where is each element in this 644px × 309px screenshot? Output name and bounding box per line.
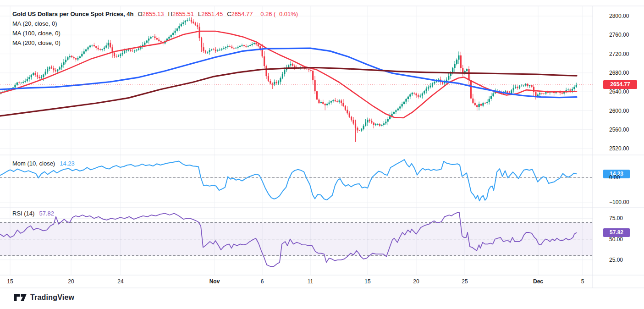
time-axis-label: Nov — [209, 278, 220, 285]
price-tick-label: 2800.00 — [609, 13, 629, 19]
price-tick-label: 0.00 — [609, 175, 620, 181]
time-axis-label: 15 — [7, 278, 13, 285]
time-axis-label: 24 — [117, 278, 123, 285]
price-tick-label: 2720.00 — [609, 51, 629, 57]
tradingview-logo-text: TradingView — [30, 293, 74, 302]
price-tick-label: 2600.00 — [609, 108, 629, 114]
ma100-legend-item[interactable]: MA (100, close, 0) — [12, 30, 61, 37]
price-tick-label: 25.00 — [609, 257, 623, 263]
price-tick-label: −100.00 — [609, 199, 629, 205]
time-axis-label: 11 — [308, 278, 313, 285]
chart-canvas[interactable] — [0, 0, 644, 309]
ma200-legend-item[interactable]: MA (200, close, 0) — [12, 40, 61, 46]
time-axis-label: 5 — [581, 278, 584, 285]
time-axis-label: 15 — [364, 278, 370, 285]
momentum-value: 14.23 — [60, 160, 75, 167]
price-tick-label: 2760.00 — [609, 32, 629, 38]
time-axis-label: 25 — [462, 278, 468, 285]
price-tick-label: 75.00 — [609, 215, 623, 221]
ma100-label: MA (100, close, 0) — [12, 30, 61, 37]
tradingview-logo-icon — [14, 293, 27, 302]
symbol-legend[interactable]: Gold US Dollars per Ounce Spot Prices, 4… — [12, 11, 298, 17]
momentum-legend-item[interactable]: Mom (10, close) 14.23 — [12, 160, 75, 167]
rsi-legend-item[interactable]: RSI (14) 57.82 — [12, 210, 54, 217]
symbol-title: Gold US Dollars per Ounce Spot Prices, 4… — [12, 11, 133, 17]
ohlc-open: O2655.13 — [138, 11, 164, 17]
ohlc-low: L2651.45 — [198, 11, 223, 17]
time-axis-label: 6 — [261, 278, 264, 285]
tradingview-logo[interactable]: TradingView — [14, 293, 74, 302]
chart-root: Gold US Dollars per Ounce Spot Prices, 4… — [0, 0, 644, 309]
momentum-label: Mom (10, close) — [12, 160, 55, 167]
rsi-band — [0, 222, 593, 255]
ohlc-high: H2655.51 — [168, 11, 194, 17]
ma20-label: MA (20, close, 0) — [12, 21, 57, 27]
price-tick-label: 50.00 — [609, 237, 623, 243]
momentum-line — [0, 160, 577, 201]
price-tick-label: 2520.00 — [609, 146, 629, 152]
rsi-label: RSI (14) — [12, 210, 34, 217]
ma200-label: MA (200, close, 0) — [12, 40, 61, 46]
ohlc-close: C2654.77 — [227, 11, 253, 17]
rsi-value: 57.82 — [39, 210, 54, 217]
time-axis-label: 20 — [413, 278, 419, 285]
ma20-legend-item[interactable]: MA (20, close, 0) — [12, 21, 57, 27]
price-tick-label: 2560.00 — [609, 127, 629, 133]
candlestick-series — [0, 17, 577, 142]
price-tick-label: 2680.00 — [609, 70, 629, 76]
price-tick-label: 2640.00 — [609, 89, 629, 95]
time-axis-label: 20 — [68, 278, 74, 285]
price-change: −0.26 (−0.01%) — [257, 11, 298, 17]
time-axis-label: Dec — [533, 278, 543, 285]
last-price-badge: 2654.77 — [603, 80, 637, 89]
